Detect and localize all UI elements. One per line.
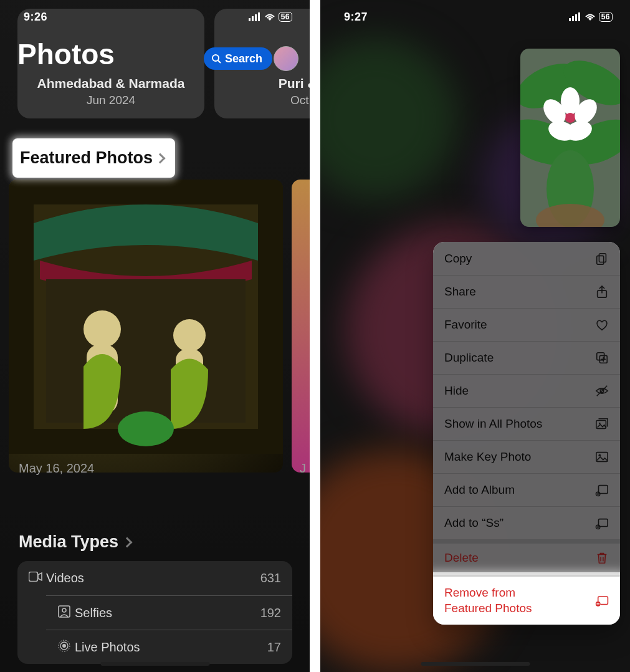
media-label: Videos xyxy=(46,571,260,585)
eye-slash-icon xyxy=(595,384,609,398)
add-album-icon xyxy=(595,483,609,497)
svg-point-36 xyxy=(566,113,575,122)
svg-rect-39 xyxy=(597,256,604,264)
svg-point-16 xyxy=(62,608,66,612)
featured-photo[interactable] xyxy=(9,180,283,473)
svg-rect-0 xyxy=(249,18,251,21)
svg-point-9 xyxy=(84,310,121,348)
heart-icon xyxy=(595,318,609,332)
menu-item-delete[interactable]: Delete xyxy=(433,539,620,572)
status-indicators: 56 xyxy=(569,12,613,22)
svg-rect-14 xyxy=(29,572,38,582)
menu-label: Make Key Photo xyxy=(444,450,531,464)
copy-icon xyxy=(595,252,609,266)
media-count: 192 xyxy=(260,606,281,620)
svg-rect-22 xyxy=(575,14,577,21)
menu-item-add-ss[interactable]: Add to “Ss” xyxy=(433,506,620,539)
duplicate-icon xyxy=(595,351,609,365)
svg-rect-23 xyxy=(578,12,580,21)
media-types-heading[interactable]: Media Types xyxy=(19,532,131,552)
menu-label: Favorite xyxy=(444,318,487,332)
menu-label: Copy xyxy=(444,252,472,266)
menu-item-hide[interactable]: Hide xyxy=(433,374,620,407)
share-icon xyxy=(595,285,609,299)
trip-subtitle: Jun 2024 xyxy=(87,94,135,107)
cellular-icon xyxy=(569,12,581,21)
avatar[interactable] xyxy=(274,46,298,71)
svg-rect-8 xyxy=(46,279,246,423)
media-row-selfies[interactable]: Selfies 192 xyxy=(46,595,292,630)
selfie-icon xyxy=(54,605,75,621)
svg-rect-15 xyxy=(59,606,70,617)
menu-item-favorite[interactable]: Favorite xyxy=(433,308,620,341)
menu-item-share[interactable]: Share xyxy=(433,275,620,308)
status-indicators: 56 xyxy=(249,12,292,22)
media-label: Live Photos xyxy=(75,640,267,655)
chevron-right-icon xyxy=(155,153,166,163)
menu-label: Hide xyxy=(444,384,469,398)
menu-item-copy[interactable]: Copy xyxy=(433,242,620,275)
menu-item-key-photo[interactable]: Make Key Photo xyxy=(433,440,620,473)
wifi-icon xyxy=(264,12,276,21)
menu-item-show-all[interactable]: Show in All Photos xyxy=(433,407,620,440)
svg-point-11 xyxy=(173,319,206,352)
media-label: Selfies xyxy=(75,606,260,620)
menu-label: Duplicate xyxy=(444,351,494,365)
svg-point-4 xyxy=(212,55,219,61)
blur-blob xyxy=(320,37,457,199)
menu-label: Add to “Ss” xyxy=(444,516,504,530)
screenshot-divider xyxy=(310,0,320,672)
search-label: Search xyxy=(225,52,262,65)
svg-rect-57 xyxy=(596,603,599,604)
media-heading-label: Media Types xyxy=(19,532,118,552)
svg-rect-38 xyxy=(599,253,606,262)
home-indicator[interactable] xyxy=(421,662,530,666)
menu-item-add-album[interactable]: Add to Album xyxy=(433,473,620,506)
search-button[interactable]: Search xyxy=(204,47,272,70)
left-screenshot: Ahmedabad & Narmada Jun 2024 Puri & Ka O… xyxy=(0,0,310,672)
featured-photos-label: Featured Photos xyxy=(20,148,153,168)
media-count: 17 xyxy=(267,640,281,655)
page-title: Photos xyxy=(17,37,115,71)
svg-rect-47 xyxy=(596,453,608,462)
status-bar: 9:27 56 xyxy=(320,0,630,34)
search-icon xyxy=(211,54,221,64)
flower-photo xyxy=(520,49,620,227)
status-time: 9:27 xyxy=(344,11,368,24)
featured-photos-row xyxy=(0,180,310,473)
status-bar: 9:26 56 xyxy=(0,0,310,34)
trip-subtitle: Oct 20 xyxy=(290,94,310,107)
menu-label: Add to Album xyxy=(444,483,515,497)
trash-icon xyxy=(595,551,609,565)
menu-label: Delete xyxy=(444,551,479,565)
svg-rect-21 xyxy=(572,16,574,21)
menu-item-duplicate[interactable]: Duplicate xyxy=(433,341,620,374)
media-row-live[interactable]: Live Photos 17 xyxy=(46,630,292,664)
featured-photos-heading[interactable]: Featured Photos xyxy=(12,138,175,178)
photo-icon xyxy=(595,450,609,464)
svg-rect-3 xyxy=(258,12,260,21)
media-row-videos[interactable]: Videos 631 xyxy=(17,561,292,595)
live-icon xyxy=(54,640,75,655)
featured-photo-next[interactable] xyxy=(292,180,310,473)
photos-icon xyxy=(595,417,609,431)
svg-point-17 xyxy=(62,644,66,648)
trip-title: Puri & Ka xyxy=(279,76,310,91)
photo-preview[interactable] xyxy=(520,49,620,227)
menu-item-remove-featured[interactable]: Remove fromFeatured Photos xyxy=(433,572,620,625)
svg-rect-20 xyxy=(569,18,571,21)
menu-label: Share xyxy=(444,285,476,299)
trip-title: Ahmedabad & Narmada xyxy=(37,76,185,91)
home-indicator[interactable] xyxy=(100,662,209,666)
status-time: 9:26 xyxy=(24,11,47,24)
right-screenshot: 9:27 56 Copy Share Favorite Duplicate xyxy=(320,0,630,672)
svg-point-13 xyxy=(118,411,174,446)
context-menu: Copy Share Favorite Duplicate Hide Show … xyxy=(433,242,620,625)
wifi-icon xyxy=(584,12,596,21)
svg-line-44 xyxy=(597,386,608,396)
featured-date: May 16, 2024 xyxy=(19,461,94,476)
cellular-icon xyxy=(249,12,261,21)
add-album-icon xyxy=(595,516,609,530)
svg-rect-1 xyxy=(252,16,254,21)
svg-rect-49 xyxy=(599,486,608,494)
